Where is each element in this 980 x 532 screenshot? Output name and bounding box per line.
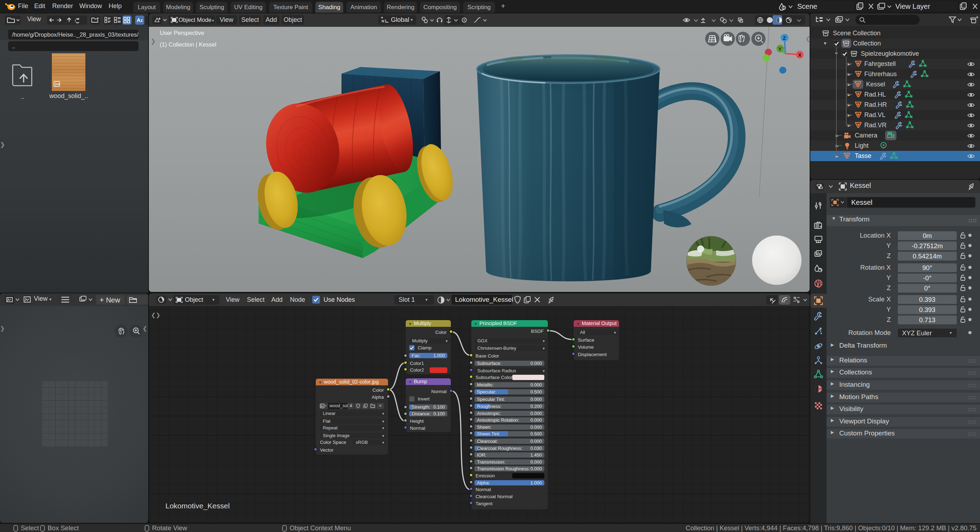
svg-text:❯: ❯ xyxy=(151,38,156,45)
svg-text:Y: Y xyxy=(778,46,782,52)
svg-text:Z: Z xyxy=(783,35,786,41)
svg-text:❮: ❮ xyxy=(805,36,810,43)
svg-text:(1) Collection | Kessel: (1) Collection | Kessel xyxy=(160,41,216,48)
svg-text:X: X xyxy=(798,52,802,58)
svg-text:User Perspective: User Perspective xyxy=(160,30,204,36)
